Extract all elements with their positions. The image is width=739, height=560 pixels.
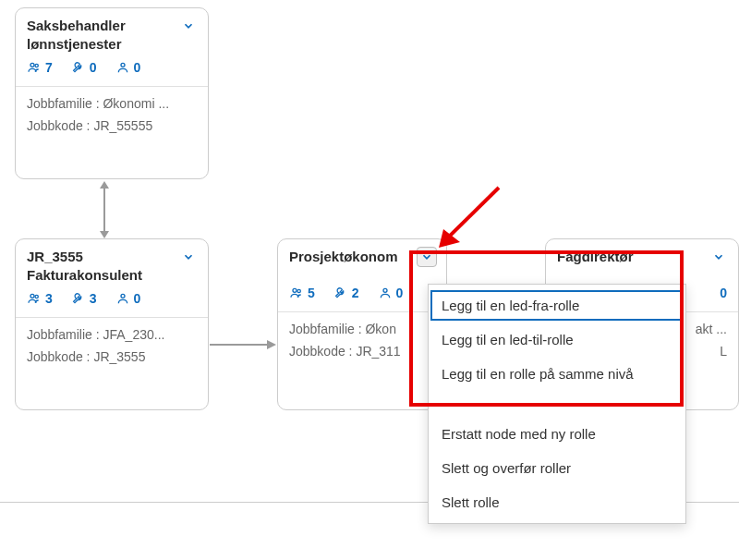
stat-wrench: 3	[71, 291, 97, 306]
connector-horizontal	[210, 338, 276, 351]
svg-point-9	[35, 295, 38, 298]
menu-separator: ----------------------	[429, 391, 685, 417]
card-menu-button[interactable]	[178, 16, 199, 36]
menu-led-til[interactable]: Legg til en led-til-rolle	[429, 323, 685, 357]
person-icon	[378, 286, 393, 300]
svg-marker-2	[100, 231, 109, 238]
wrench-icon	[333, 286, 348, 300]
stat-group-value: 7	[45, 60, 53, 75]
card-menu-button[interactable]	[709, 247, 729, 267]
menu-led-fra[interactable]: Legg til en led-fra-rolle	[429, 288, 685, 323]
stat-group-value: 3	[45, 291, 53, 306]
stat-person-value: 0	[396, 286, 404, 300]
card-title: JR_3555	[27, 249, 197, 265]
jobbkode: Jobbkode : JR_55555	[27, 118, 197, 133]
jobbfamilie: Jobbfamilie : JFA_230...	[27, 327, 197, 342]
chevron-down-icon	[712, 250, 725, 263]
card-prosjektokonom: Prosjektøkonom 5 2 0 Jobbfamilie : Økon …	[277, 238, 447, 410]
stat-wrench: 2	[333, 286, 359, 300]
stat-person: 0	[115, 60, 141, 75]
chevron-down-icon	[182, 19, 195, 32]
card-title: Saksbehandler	[27, 18, 197, 34]
card-menu-button[interactable]	[417, 247, 437, 267]
stat-person-value: 0	[720, 286, 727, 300]
jobbfamilie: Jobbfamilie : Økonomi ...	[27, 96, 197, 111]
svg-point-10	[121, 294, 125, 298]
stat-group-value: 5	[308, 286, 315, 300]
stat-group: 5	[289, 286, 315, 300]
person-icon	[115, 60, 130, 75]
card-stats: 5 2 0	[289, 286, 435, 300]
menu-erstatt[interactable]: Erstatt node med ny rolle	[429, 417, 685, 451]
connector-vertical	[96, 181, 113, 238]
svg-marker-4	[267, 340, 276, 349]
card-title: Fagdirektør	[557, 249, 727, 265]
stat-group: 7	[27, 60, 53, 75]
svg-point-5	[30, 63, 34, 67]
svg-line-14	[445, 188, 499, 240]
svg-point-7	[121, 63, 125, 67]
wrench-icon	[71, 291, 86, 306]
card-stats: 7 0 0	[27, 60, 197, 75]
card-saksbehandler: Saksbehandler lønnstjenester 7 0 0 Jobbf…	[15, 7, 209, 179]
svg-marker-1	[100, 181, 109, 189]
stat-wrench-value: 3	[90, 291, 97, 306]
stat-group: 3	[27, 291, 53, 306]
svg-point-6	[35, 64, 38, 67]
divider	[16, 317, 208, 318]
card-context-menu: Legg til en led-fra-rolle Legg til en le…	[428, 284, 686, 524]
menu-samme-niva[interactable]: Legg til en rolle på samme nivå	[429, 357, 685, 391]
card-title-line2: Fakturakonsulent	[27, 267, 197, 284]
stat-person: 0	[378, 286, 404, 300]
stat-person: 0	[720, 286, 727, 300]
card-fakturakonsulent: JR_3555 Fakturakonsulent 3 3 0 Jobbfamil…	[15, 238, 209, 410]
stat-wrench: 0	[71, 60, 97, 75]
group-icon	[289, 286, 304, 300]
jobbkode: Jobbkode : JR_3555	[27, 349, 197, 364]
chevron-down-icon	[182, 250, 195, 263]
svg-point-12	[297, 289, 300, 292]
stat-person: 0	[115, 291, 141, 306]
jobbkode: Jobbkode : JR_311	[289, 344, 435, 359]
card-stats: 3 3 0	[27, 291, 197, 306]
stat-person-value: 0	[134, 291, 141, 306]
wrench-icon	[71, 60, 86, 75]
jobbfamilie: Jobbfamilie : Økon	[289, 322, 435, 336]
card-title-line2: lønnstjenester	[27, 36, 197, 53]
stat-person-value: 0	[134, 60, 141, 75]
stat-wrench-value: 2	[352, 286, 359, 300]
card-title: Prosjektøkonom	[289, 249, 435, 265]
chevron-down-icon	[420, 250, 433, 263]
menu-slett-overfor[interactable]: Slett og overfør roller	[429, 451, 685, 485]
svg-point-13	[383, 288, 387, 292]
group-icon	[27, 291, 42, 306]
card-menu-button[interactable]	[178, 247, 199, 267]
svg-point-11	[293, 288, 297, 292]
svg-point-8	[30, 294, 34, 298]
group-icon	[27, 60, 42, 75]
menu-slett[interactable]: Slett rolle	[429, 485, 685, 519]
stat-wrench-value: 0	[90, 60, 97, 75]
person-icon	[115, 291, 130, 306]
divider	[278, 311, 446, 312]
divider	[16, 86, 208, 87]
